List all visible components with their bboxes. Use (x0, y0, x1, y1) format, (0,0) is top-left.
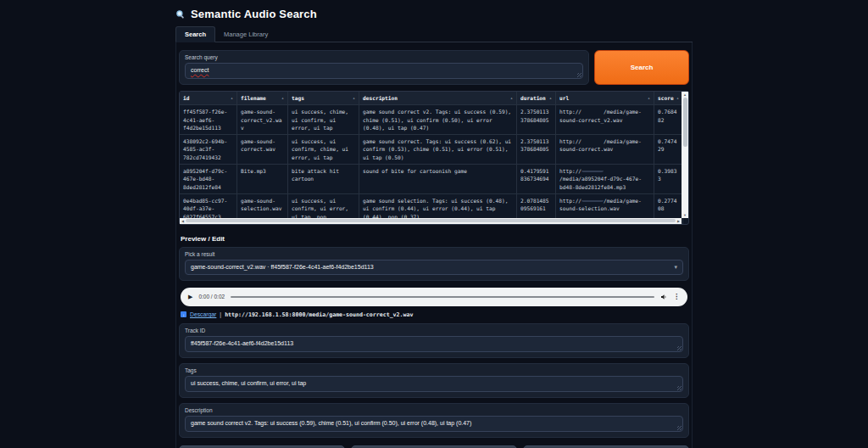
download-separator: | (220, 311, 221, 317)
cell-duration: 0.4179591836734694 (517, 165, 556, 194)
search-input-value: correct (191, 67, 209, 73)
column-header-url[interactable]: url▴ (556, 92, 654, 105)
column-header-score[interactable]: score▴ (654, 92, 683, 105)
search-query-group: Search query correct (179, 50, 589, 85)
search-tab-panel: Search query correct Search id▴filename▴… (175, 42, 693, 448)
magnifier-icon (175, 9, 186, 20)
app-header: Semantic Audio Search (175, 4, 693, 26)
redacted-url-host (581, 167, 604, 172)
download-link[interactable]: Descargar (190, 311, 216, 317)
sort-icon[interactable]: ▴ (353, 95, 355, 102)
description-group: Description game sound correct v2. Tags:… (179, 403, 689, 438)
column-header-id[interactable]: id▴ (180, 92, 237, 105)
vertical-scroll-thumb[interactable] (683, 98, 687, 147)
cell-filename: game-sound-correct_v2.wav (237, 105, 288, 135)
result-dropdown[interactable]: game-sound-correct_v2.wav · ff45f587-f26… (185, 260, 683, 275)
column-header-description[interactable]: description▴ (359, 92, 517, 105)
horizontal-scroll-thumb[interactable] (186, 219, 676, 222)
audio-player[interactable]: ▶ 0:00 / 0:02 ⋮ (181, 288, 687, 306)
cell-description: game sound correct v2. Tags: ui success … (359, 105, 517, 135)
cell-score: 0.39833 (654, 165, 683, 194)
track-id-label: Track ID (185, 328, 683, 333)
volume-icon[interactable] (660, 294, 667, 300)
track-id-group: Track ID ff45f587-f26e-4c41-aef6-f4d2be1… (179, 323, 689, 358)
cell-duration: 2.3750113378684805 (517, 135, 556, 165)
chevron-down-icon: ▾ (674, 264, 677, 271)
sort-icon[interactable]: ▴ (510, 95, 513, 102)
cell-id: 438092c2-694b-4585-ac3f-782cd7419432 (180, 135, 237, 165)
cell-filename: game-sound-correct.wav (237, 135, 288, 165)
results-table: id▴filename▴tags▴description▴duration▴ur… (179, 91, 689, 225)
cell-description: game sound correct. Tags: ui success (0.… (359, 135, 517, 165)
result-dropdown-value: game-sound-correct_v2.wav · ff45f587-f26… (191, 264, 374, 270)
cell-url: http:///media/a895204f-d79c-467e-bd48-8d… (556, 165, 654, 194)
search-row: Search query correct Search (179, 50, 689, 85)
search-input[interactable]: correct (185, 63, 583, 79)
cell-tags: ui success, ui confirm, chime, ui error,… (288, 135, 359, 165)
cell-url: http:///media/game-sound-correct_v2.wav (556, 105, 654, 135)
search-button[interactable]: Search (594, 50, 689, 85)
cell-id: a895204f-d79c-467e-bd48-8ded2812fe84 (180, 165, 237, 194)
cell-duration: 2.3750113378684805 (517, 105, 556, 135)
pick-result-group: Pick a result game-sound-correct_v2.wav … (179, 247, 689, 281)
tab-manage-library[interactable]: Manage Library (215, 27, 276, 42)
sort-icon[interactable]: ▴ (648, 95, 650, 102)
search-query-label: Search query (185, 54, 583, 60)
table-body: ff45f587-f26e-4c41-aef6-f4d2be15d113game… (180, 105, 682, 224)
tab-bar: Search Manage Library (175, 26, 693, 42)
audio-seek-bar[interactable] (231, 296, 654, 298)
audio-time: 0:00 / 0:02 (198, 294, 225, 300)
kebab-menu-icon[interactable]: ⋮ (673, 294, 680, 300)
preview-edit-heading: Preview / Edit (181, 235, 687, 243)
download-url: http://192.168.1.58:8000/media/game-soun… (225, 311, 413, 318)
table-scroll-area: id▴filename▴tags▴description▴duration▴ur… (180, 92, 682, 224)
cell-id: ff45f587-f26e-4c41-aef6-f4d2be15d113 (180, 105, 237, 135)
track-id-input[interactable]: ff45f587-f26e-4c41-aef6-f4d2be15d113 (185, 336, 683, 352)
pick-result-label: Pick a result (185, 251, 683, 257)
column-header-filename[interactable]: filename▴ (237, 92, 288, 105)
tags-label: Tags (185, 367, 683, 373)
cell-score: 0.768482 (654, 105, 683, 135)
cell-filename: Bite.mp3 (237, 165, 288, 194)
sort-icon[interactable]: ▴ (549, 95, 552, 102)
tab-search[interactable]: Search (175, 26, 215, 42)
scroll-left-arrow-icon[interactable]: ◀ (181, 219, 184, 223)
redacted-url-host (581, 197, 604, 202)
table-row[interactable]: ff45f587-f26e-4c41-aef6-f4d2be15d113game… (180, 105, 682, 135)
redacted-url-host (581, 110, 604, 114)
app-root: Semantic Audio Search Search Manage Libr… (175, 0, 693, 448)
download-row: ↓ Descargar | http://192.168.1.58:8000/m… (181, 311, 687, 318)
scroll-down-arrow-icon[interactable]: ▼ (683, 213, 687, 217)
column-header-tags[interactable]: tags▴ (288, 92, 359, 105)
cell-score: 0.747429 (654, 135, 683, 165)
table-horizontal-scrollbar[interactable]: ◀ ▶ (180, 218, 682, 224)
redacted-url-host (581, 140, 604, 143)
page-title: Semantic Audio Search (191, 8, 317, 20)
tags-group: Tags ui success, chime, ui confirm, ui e… (179, 363, 689, 398)
cell-tags: ui success, chime, ui confirm, ui error,… (288, 105, 359, 135)
description-label: Description (185, 407, 683, 413)
play-icon[interactable]: ▶ (188, 294, 192, 300)
table-header-row: id▴filename▴tags▴description▴duration▴ur… (180, 92, 682, 105)
scroll-up-arrow-icon[interactable]: ▲ (683, 92, 687, 97)
cell-tags: bite attack hit cartoon (288, 165, 359, 194)
tags-input[interactable]: ui success, chime, ui confirm, ui error,… (185, 376, 683, 392)
sort-icon[interactable]: ▴ (676, 95, 679, 102)
cell-description: sound of bite for cartoonish game (359, 165, 517, 194)
table-vertical-scrollbar[interactable]: ▲ ▼ (682, 92, 688, 218)
description-input[interactable]: game sound correct v2. Tags: ui success … (185, 416, 683, 432)
table-row[interactable]: 438092c2-694b-4585-ac3f-782cd7419432game… (180, 135, 682, 165)
download-icon: ↓ (181, 311, 186, 317)
table-row[interactable]: a895204f-d79c-467e-bd48-8ded2812fe84Bite… (180, 165, 682, 194)
sort-icon[interactable]: ▴ (231, 95, 233, 102)
column-header-duration[interactable]: duration▴ (517, 92, 556, 105)
scroll-right-arrow-icon[interactable]: ▶ (677, 219, 680, 223)
sort-icon[interactable]: ▴ (281, 95, 284, 102)
cell-url: http:///media/game-sound-correct.wav (556, 135, 654, 165)
